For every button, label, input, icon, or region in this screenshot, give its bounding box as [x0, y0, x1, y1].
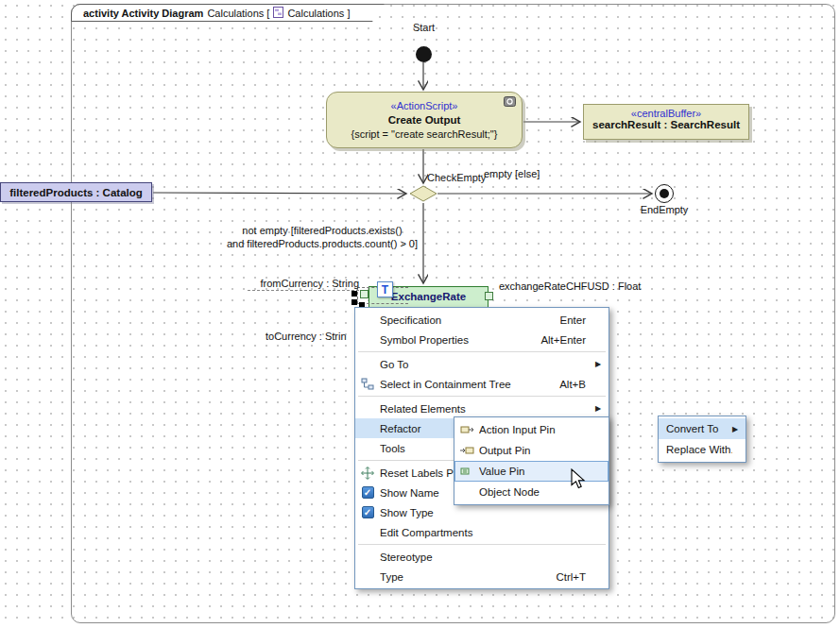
object-node-label: filteredProducts : Catalog — [9, 187, 143, 198]
menu-item-edit-compartments[interactable]: Edit Compartments — [355, 522, 609, 542]
submenu-item-value-pin[interactable]: Value Pin — [454, 461, 609, 482]
submenu-item-action-input-pin[interactable]: Action Input Pin — [454, 419, 609, 440]
diagram-frame-header[interactable]: activity Activity Diagram Calculations [… — [71, 4, 385, 22]
menu-item-specification[interactable]: Specification Enter — [355, 310, 609, 330]
guard-line-2: and filteredProducts.products.count() > … — [210, 237, 435, 250]
decision-node[interactable] — [409, 185, 437, 204]
menu-item-label: Type — [380, 571, 556, 583]
guard-line-1: not empty [filteredProducts.exists() — [210, 224, 435, 237]
menu-item-label: Edit Compartments — [380, 527, 595, 538]
submenu-item-output-pin[interactable]: Output Pin — [454, 440, 609, 461]
menu-item-related-elements[interactable]: Related Elements ▶ — [355, 399, 609, 418]
menu-item-label: Symbol Properties — [380, 334, 540, 346]
selection-handle[interactable] — [351, 299, 357, 305]
diagram-name-bracket-label: Calculations ] — [287, 8, 350, 19]
menu-item-label: Stereotype — [380, 552, 595, 563]
menu-separator — [358, 396, 606, 397]
central-buffer-node[interactable]: «centralBuffer» searchResult : SearchRes… — [583, 104, 749, 140]
buffer-stereotype: «centralBuffer» — [584, 108, 748, 119]
menu-item-stereotype[interactable]: Stereotype — [355, 547, 609, 567]
menu-item-label: Specification — [380, 314, 560, 326]
menu-item-symbol-properties[interactable]: Symbol Properties Alt+Enter — [355, 330, 609, 349]
submenu-arrow-icon: ▶ — [595, 360, 609, 368]
menu-item-label: Convert To — [666, 423, 732, 434]
application-canvas: activity Activity Diagram Calculations [… — [0, 0, 840, 628]
menu-item-label: Related Elements — [380, 403, 595, 415]
selection-handle[interactable] — [351, 291, 357, 297]
menu-item-label: Action Input Pin — [479, 424, 595, 435]
action-stereotype: «ActionScript» — [327, 100, 522, 111]
input-pin-from-currency[interactable] — [360, 290, 369, 298]
submenu-item-replace-with[interactable]: Replace With... — [659, 439, 746, 460]
convert-to-submenu: Action Input Pin Output Pin Value Pin Ob… — [454, 416, 609, 505]
checkbox-checked-icon: ✓ — [355, 506, 380, 518]
submenu-arrow-icon: ▶ — [732, 425, 746, 433]
guard-not-empty-label[interactable]: not empty [filteredProducts.exists() and… — [210, 224, 435, 250]
menu-item-select-in-containment-tree[interactable]: Select in Containment Tree Alt+B — [355, 374, 609, 394]
pin-label-to-currency[interactable]: toCurrency : Strin — [266, 331, 347, 342]
menu-item-shortcut: Alt+B — [559, 379, 586, 390]
decision-label[interactable]: CheckEmpty — [427, 172, 486, 183]
diagram-name-label: Calculations [ — [207, 8, 269, 19]
menu-item-shortcut: Alt+Enter — [540, 334, 586, 346]
pin-label-from-currency[interactable]: fromCurrency : String — [248, 278, 359, 291]
menu-item-label: Show Type — [380, 507, 595, 518]
action-name: Create Output — [327, 114, 522, 126]
menu-item-shortcut: Enter — [560, 314, 587, 326]
value-pin-icon — [454, 466, 479, 477]
final-node[interactable] — [655, 184, 674, 203]
action-create-output[interactable]: «ActionScript» Create Output {script = "… — [326, 92, 523, 148]
menu-item-label: Replace With... — [666, 444, 732, 455]
submenu-item-object-node[interactable]: Object Node — [454, 482, 609, 502]
action-input-pin-icon — [454, 424, 479, 435]
behavior-script-icon — [504, 96, 516, 109]
submenu-arrow-icon: ▶ — [595, 404, 609, 413]
final-node-dot — [660, 189, 669, 198]
menu-separator — [358, 351, 606, 352]
object-node-filtered-products[interactable]: filteredProducts : Catalog — [0, 182, 152, 202]
menu-item-shortcut: Ctrl+T — [556, 571, 586, 583]
end-label[interactable]: EndEmpty — [638, 204, 691, 215]
reset-labels-icon — [355, 467, 380, 480]
start-label[interactable]: Start — [406, 22, 441, 33]
menu-item-label: Output Pin — [479, 445, 595, 456]
containment-tree-icon — [355, 378, 380, 390]
pin-label-exchange-rate[interactable]: exchangeRateCHFUSD : Float — [499, 280, 641, 292]
menu-separator — [358, 544, 606, 545]
diagram-icon — [273, 7, 283, 20]
guard-else-label[interactable]: empty [else] — [484, 168, 540, 179]
menu-item-go-to[interactable]: Go To ▶ — [355, 354, 609, 374]
refactor-submenu: Convert To ▶ Replace With... — [658, 416, 746, 463]
menu-item-label: Select in Containment Tree — [380, 379, 559, 390]
output-pin-icon — [454, 445, 479, 456]
output-pin-exchange-rate[interactable] — [485, 292, 493, 300]
initial-node[interactable] — [416, 46, 432, 62]
menu-item-label: Object Node — [479, 486, 595, 498]
buffer-name: searchResult : SearchResult — [592, 119, 740, 130]
action-script-body: {script = "create searchResult;"} — [327, 128, 522, 140]
text-tool-button[interactable]: T — [377, 281, 393, 297]
menu-item-label: Go To — [380, 359, 595, 370]
submenu-item-convert-to[interactable]: Convert To ▶ — [659, 418, 746, 439]
menu-item-show-type[interactable]: ✓ Show Type — [355, 502, 609, 522]
menu-item-label: Value Pin — [479, 466, 595, 477]
diagram-kind-label: activity Activity Diagram — [83, 8, 203, 19]
checkbox-checked-icon: ✓ — [355, 486, 380, 499]
menu-item-type[interactable]: Type Ctrl+T — [355, 567, 609, 586]
